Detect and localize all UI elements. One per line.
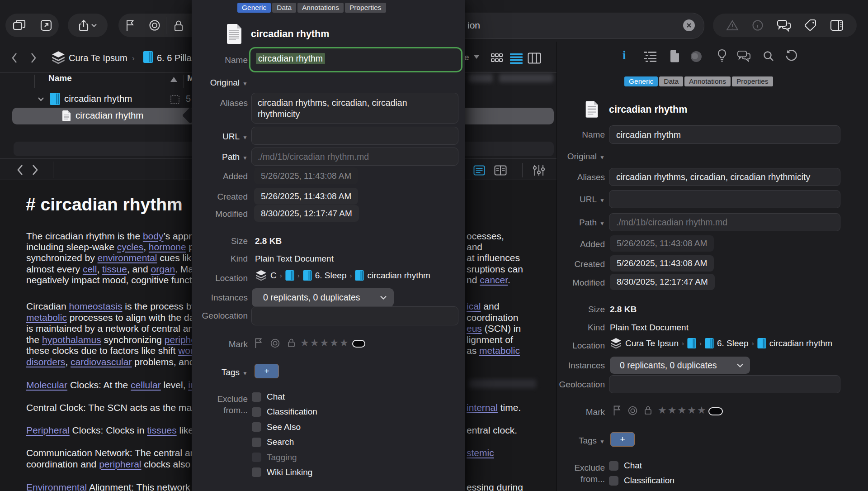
grid-view-icon[interactable] — [491, 52, 503, 64]
tag-icon[interactable] — [804, 19, 817, 32]
checkbox[interactable] — [252, 438, 261, 447]
text-view-icon[interactable] — [473, 165, 485, 176]
wiki-link[interactable]: organ — [151, 264, 175, 274]
aliases-input[interactable]: circadian rhythms, circadian, circadian … — [251, 93, 458, 124]
wiki-link[interactable]: stemic — [467, 448, 494, 458]
target-icon[interactable] — [142, 19, 167, 31]
wiki-link[interactable]: Peripheral — [26, 425, 70, 435]
side-by-side-view-icon[interactable] — [494, 165, 507, 176]
group-crumb[interactable]: circadian rhythm — [355, 270, 430, 281]
modified-value[interactable]: 8/30/2025, 12:17:47 AM — [610, 274, 715, 290]
wiki-link[interactable]: metabolic — [26, 312, 67, 323]
created-value[interactable]: 5/26/2025, 11:43:08 AM — [254, 188, 358, 205]
lock-icon[interactable] — [288, 338, 295, 348]
wiki-link[interactable]: internal — [467, 402, 498, 413]
wiki-link[interactable]: disorders — [26, 357, 65, 367]
geolocation-input[interactable] — [251, 306, 458, 325]
add-tag-button[interactable]: + — [255, 364, 279, 378]
rating-stars[interactable]: ★★★★★ — [658, 405, 707, 416]
path-dropdown[interactable]: Path▼ — [549, 218, 605, 228]
filter-sliders-icon[interactable] — [532, 164, 546, 176]
url-dropdown[interactable]: URL▼ — [192, 132, 248, 142]
checkbox[interactable] — [609, 461, 618, 471]
column-header-name[interactable]: Name — [48, 73, 72, 83]
modified-value[interactable]: 8/30/2025, 12:17:47 AM — [254, 205, 359, 222]
wiki-link[interactable]: homeostasis — [69, 301, 123, 311]
group-crumb[interactable]: 6. Sleep — [303, 270, 347, 281]
lock-icon[interactable] — [167, 19, 190, 32]
wiki-link[interactable]: cycles — [117, 242, 143, 252]
checkbox[interactable] — [252, 407, 261, 417]
wiki-link[interactable]: hormone — [149, 242, 186, 252]
tab-data[interactable]: Data — [659, 76, 683, 86]
document-tab-icon[interactable] — [670, 50, 680, 62]
checkbox[interactable] — [252, 422, 261, 432]
instances-dropdown[interactable]: 0 replicants, 0 duplicates — [252, 288, 394, 307]
warning-triangle-icon[interactable] — [726, 19, 739, 31]
chevron-down-icon[interactable] — [474, 55, 479, 59]
list-view-icon[interactable] — [510, 53, 523, 64]
mark-toggle[interactable] — [352, 340, 365, 348]
tab-generic[interactable]: Generic — [237, 3, 271, 13]
breadcrumb-group[interactable]: 6. 6 Pilla — [157, 53, 192, 63]
history-icon[interactable] — [785, 50, 797, 62]
group-crumb[interactable] — [687, 338, 696, 348]
original-dropdown[interactable]: Original▼ — [549, 152, 605, 162]
exclude-chat[interactable]: Chat — [609, 461, 675, 471]
page-next-button[interactable] — [31, 164, 39, 176]
target-icon[interactable] — [628, 406, 637, 415]
wiki-link[interactable]: metabolic — [479, 345, 520, 356]
path-input[interactable]: ./md/1b/circadian rhythm.md — [251, 148, 458, 166]
wiki-link[interactable]: cellular — [131, 380, 161, 390]
flag-icon[interactable] — [118, 19, 142, 31]
database-crumb[interactable]: C — [255, 270, 277, 281]
open-external-icon[interactable] — [40, 19, 52, 31]
wiki-link[interactable]: environmental — [98, 253, 157, 263]
exclude-tagging[interactable]: Tagging — [252, 453, 317, 462]
location-breadcrumb[interactable]: C››6. Sleep›circadian rhythm — [255, 270, 430, 281]
wiki-link[interactable]: cancer — [480, 275, 508, 285]
wiki-link[interactable]: cell — [83, 264, 97, 274]
sort-ascending-icon[interactable] — [170, 77, 177, 82]
original-dropdown[interactable]: Original▼ — [192, 78, 248, 88]
checkbox[interactable] — [252, 392, 261, 402]
checkbox[interactable] — [252, 453, 261, 462]
flag-icon[interactable] — [255, 338, 262, 348]
name-input[interactable]: circadian rhythm — [249, 47, 462, 72]
search-input[interactable] — [452, 13, 704, 39]
created-value[interactable]: 5/26/2025, 11:43:08 AM — [610, 255, 714, 272]
sidebar-right-icon[interactable] — [830, 19, 844, 31]
tab-properties[interactable]: Properties — [732, 76, 773, 86]
chat-bubbles-icon[interactable] — [777, 19, 791, 32]
location-breadcrumb[interactable]: Cura Te Ipsun››6. Sleep›circadian rhythm — [610, 338, 832, 349]
group-crumb[interactable] — [285, 270, 294, 281]
path-input[interactable]: ./md/1b/circadian rhythm.md — [609, 213, 840, 231]
search-tab-icon[interactable] — [763, 50, 774, 62]
wiki-link[interactable]: hypothalamus — [42, 334, 101, 345]
database-crumb[interactable]: Cura Te Ipsun — [610, 338, 679, 349]
info-tab-icon[interactable]: i — [623, 48, 626, 62]
proportional-circle-icon[interactable] — [690, 51, 702, 62]
lock-icon[interactable] — [644, 405, 652, 415]
forward-button[interactable] — [30, 52, 37, 64]
url-dropdown[interactable]: URL▼ — [549, 195, 605, 205]
path-dropdown[interactable]: Path▼ — [192, 152, 248, 162]
exclude-see-also[interactable]: See Also — [252, 422, 317, 432]
geolocation-input[interactable] — [609, 375, 840, 393]
wiki-link[interactable]: tissue — [102, 264, 127, 274]
outline-list-icon[interactable] — [644, 51, 656, 62]
wiki-link[interactable]: Molecular — [26, 380, 67, 390]
url-input[interactable] — [251, 127, 458, 145]
wiki-link[interactable]: tissues — [147, 425, 176, 435]
group-crumb[interactable]: circadian rhythm — [757, 338, 832, 348]
aliases-input[interactable]: circadian rhythms, circadian, circadian … — [609, 168, 840, 186]
info-circle-icon[interactable] — [752, 19, 764, 31]
mark-toggle[interactable] — [708, 407, 723, 415]
tab-properties[interactable]: Properties — [345, 3, 386, 13]
copy-windows-icon[interactable] — [13, 19, 26, 31]
tab-annotations[interactable]: Annotations — [297, 3, 344, 13]
exclude-chat[interactable]: Chat — [252, 392, 317, 402]
back-button[interactable] — [11, 52, 18, 64]
add-tag-button[interactable]: + — [610, 432, 635, 447]
clear-search-button[interactable] — [683, 19, 695, 31]
